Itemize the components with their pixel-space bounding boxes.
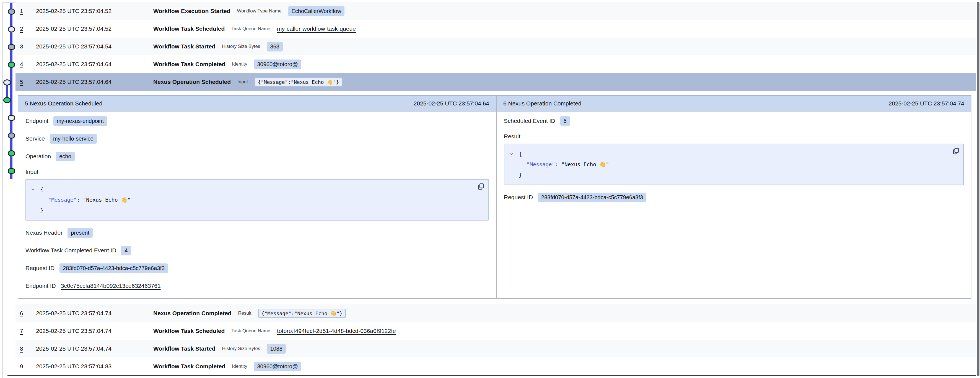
detail-field: Nexus Headerpresent — [25, 227, 488, 238]
event-id-link[interactable]: 8 — [20, 345, 29, 352]
event-detail-badge: 30960@totoro@ — [254, 362, 301, 372]
timeline-event-dot — [8, 26, 15, 32]
event-timeline-graph — [0, 0, 18, 194]
event-timestamp: 2025-02-25 UTC 23:57:04.54 — [36, 43, 146, 50]
event-detail-badge: 30960@totoro@ — [254, 59, 301, 69]
field-label: Scheduled Event ID — [504, 118, 555, 124]
panel-header[interactable]: 6 Nexus Operation Completed 2025-02-25 U… — [496, 96, 971, 112]
event-detail-label: Input — [237, 79, 248, 85]
panel-nexus-operation-scheduled: 5 Nexus Operation Scheduled 2025-02-25 U… — [18, 96, 496, 298]
scrollbar-thumb[interactable] — [977, 2, 980, 376]
copy-icon[interactable] — [477, 183, 484, 190]
json-open-brace: { — [519, 151, 522, 157]
field-label: Workflow Task Completed Event ID — [25, 247, 116, 254]
panel-body: Scheduled Event ID5Result{ "Message": "N… — [496, 112, 971, 203]
payload-json-viewer: { "Message": "Nexus Echo 👋" } — [504, 144, 964, 185]
event-row[interactable]: 92025-02-25 UTC 23:57:04.83Workflow Task… — [16, 357, 977, 375]
field-value-badge: 4 — [121, 246, 131, 255]
event-name: Workflow Task Completed — [153, 61, 226, 67]
field-value-badge: my-hello-service — [50, 134, 97, 144]
event-row[interactable]: 62025-02-25 UTC 23:57:04.74Nexus Operati… — [16, 305, 977, 322]
event-row[interactable]: 52025-02-25 UTC 23:57:04.64Nexus Operati… — [16, 73, 977, 91]
timeline-event-dot — [8, 62, 15, 68]
event-detail-label: Task Queue Name — [231, 328, 270, 334]
event-id-link[interactable]: 1 — [20, 8, 29, 14]
event-detail-badge: EchoCallerWorkflow — [288, 6, 344, 16]
event-timestamp: 2025-02-25 UTC 23:57:04.74 — [36, 328, 146, 334]
event-detail-label: History Size Bytes — [222, 44, 260, 49]
field-label: Operation — [25, 153, 51, 159]
event-id-link[interactable]: 7 — [20, 328, 29, 334]
event-name: Workflow Task Completed — [153, 363, 226, 370]
scrollbar-track — [976, 0, 980, 378]
event-payload-chip: {"Message":"Nexus Echo 👋"} — [255, 78, 342, 87]
event-name: Workflow Task Started — [153, 43, 215, 50]
field-label: Service — [25, 135, 45, 142]
collapse-chevron-icon[interactable] — [30, 187, 35, 192]
detail-field: Request ID283fd070-d57a-4423-bdca-c5c779… — [25, 263, 488, 274]
json-key: "Message" — [48, 197, 76, 203]
detail-field: Endpoint ID3c0c75ccfa8144b092c13ce632463… — [25, 280, 488, 291]
event-detail-link[interactable]: totoro:f494fecf-2d51-4d48-bdcd-036a0f912… — [277, 328, 396, 334]
panel-timestamp: 2025-02-25 UTC 23:57:04.64 — [414, 100, 489, 107]
field-label: Nexus Header — [25, 230, 62, 236]
json-key: "Message" — [527, 161, 555, 167]
event-detail-label: Result — [238, 311, 251, 316]
field-label: Endpoint ID — [25, 282, 56, 289]
event-timestamp: 2025-02-25 UTC 23:57:04.83 — [36, 363, 146, 370]
timeline-event-dot — [8, 44, 15, 50]
json-line: "Message": "Nexus Echo 👋" — [519, 161, 609, 167]
event-id-link[interactable]: 2 — [20, 26, 29, 32]
panel-body: Endpointmy-nexus-endpointServicemy-hello… — [18, 112, 496, 291]
copy-icon[interactable] — [953, 147, 959, 155]
event-row[interactable]: 32025-02-25 UTC 23:57:04.54Workflow Task… — [16, 38, 977, 55]
detail-field: Request ID283fd070-d57a-4423-bdca-c5c779… — [504, 192, 964, 203]
field-value-badge: 283fd070-d57a-4423-bdca-c5c779e6a3f3 — [538, 193, 646, 202]
event-detail-label: Task Queue Name — [231, 26, 270, 32]
timeline-event-dot — [3, 97, 11, 103]
event-timestamp: 2025-02-25 UTC 23:57:04.64 — [36, 61, 146, 67]
event-id-link[interactable]: 6 — [20, 310, 29, 317]
json-close-brace: } — [519, 172, 522, 178]
payload-json-viewer: { "Message": "Nexus Echo 👋" } — [25, 179, 488, 220]
field-label: Endpoint — [25, 118, 48, 124]
panel-title: 6 Nexus Operation Completed — [503, 100, 582, 107]
event-id-link[interactable]: 3 — [20, 43, 29, 50]
event-timestamp: 2025-02-25 UTC 23:57:04.64 — [36, 78, 146, 85]
event-detail-label: History Size Bytes — [222, 346, 260, 351]
event-name: Workflow Task Scheduled — [153, 26, 225, 32]
event-id-link[interactable]: 5 — [20, 78, 29, 85]
field-value-link[interactable]: 3c0c75ccfa8144b092c13ce632463761 — [61, 282, 161, 289]
event-timestamp: 2025-02-25 UTC 23:57:04.52 — [36, 26, 146, 32]
panel-title: 5 Nexus Operation Scheduled — [25, 100, 102, 107]
timeline-event-dot — [8, 150, 15, 156]
event-detail-link[interactable]: my-caller-workflow-task-queue — [277, 26, 356, 32]
collapse-chevron-icon[interactable] — [509, 152, 514, 156]
event-timestamp: 2025-02-25 UTC 23:57:04.52 — [36, 8, 146, 14]
event-row[interactable]: 12025-02-25 UTC 23:57:04.52Workflow Exec… — [16, 2, 977, 20]
detail-field: Endpointmy-nexus-endpoint — [25, 115, 488, 126]
event-name: Workflow Task Started — [153, 345, 215, 352]
json-content: { "Message": "Nexus Echo 👋" } — [519, 148, 944, 180]
workflow-event-history-view: 12025-02-25 UTC 23:57:04.52Workflow Exec… — [0, 0, 980, 378]
event-row[interactable]: 22025-02-25 UTC 23:57:04.52Workflow Task… — [16, 20, 977, 38]
json-content: { "Message": "Nexus Echo 👋" } — [40, 184, 469, 215]
timeline-event-dot — [8, 168, 15, 174]
panel-header[interactable]: 5 Nexus Operation Scheduled 2025-02-25 U… — [18, 96, 496, 112]
event-row[interactable]: 42025-02-25 UTC 23:57:04.64Workflow Task… — [16, 55, 977, 73]
event-row[interactable]: 72025-02-25 UTC 23:57:04.74Workflow Task… — [16, 322, 977, 340]
event-name: Workflow Task Scheduled — [153, 328, 225, 334]
json-close-brace: } — [40, 207, 43, 213]
timeline-event-dot — [8, 115, 15, 121]
timeline-event-dot — [8, 9, 15, 15]
field-value-badge: present — [67, 228, 93, 238]
event-detail-badge: 1088 — [267, 344, 286, 354]
event-timestamp: 2025-02-25 UTC 23:57:04.74 — [36, 345, 146, 352]
detail-field: Workflow Task Completed Event ID4 — [25, 245, 488, 256]
event-row[interactable]: 82025-02-25 UTC 23:57:04.74Workflow Task… — [16, 340, 977, 357]
event-id-link[interactable]: 4 — [20, 61, 29, 67]
event-detail-label: Identity — [232, 61, 247, 67]
event-timestamp: 2025-02-25 UTC 23:57:04.74 — [36, 310, 146, 317]
event-id-link[interactable]: 9 — [20, 363, 29, 370]
field-value-badge: my-nexus-endpoint — [53, 116, 107, 126]
